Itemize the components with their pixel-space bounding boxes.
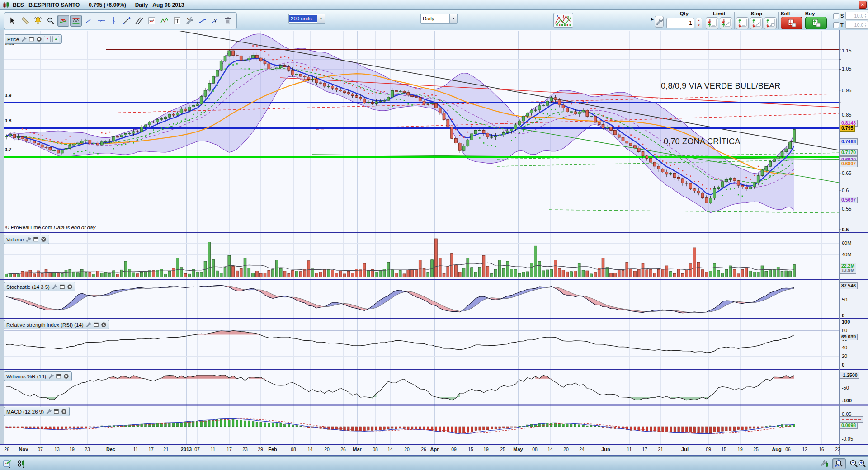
zoom-tool-button[interactable]	[45, 15, 57, 27]
axis-tick-label: 0.5	[842, 227, 849, 232]
timeframe-dropdown[interactable]: Daily ▼	[420, 14, 458, 24]
limit-order-button[interactable]	[706, 17, 718, 29]
close-icon[interactable]	[67, 284, 73, 290]
panel-tab-rsi[interactable]: Relative strength index (RSI) (14)	[4, 320, 109, 329]
horizontal-line-tool-button[interactable]	[95, 15, 107, 27]
segment-tool-icon	[198, 16, 207, 25]
x-axis-label: 20	[324, 446, 330, 452]
window-icon[interactable]	[53, 409, 59, 414]
x-axis-label: 09	[451, 446, 457, 452]
qty-input[interactable]: 1	[666, 18, 694, 28]
window-icon[interactable]	[56, 373, 61, 379]
x-axis-label: 19	[737, 446, 743, 452]
window-icon[interactable]	[59, 284, 65, 290]
select-tool-button[interactable]	[7, 15, 19, 27]
zigzag-tool-button[interactable]	[159, 15, 170, 27]
extended-line-tool-button[interactable]	[209, 15, 221, 27]
close-icon[interactable]	[36, 36, 42, 42]
point-line-tool-button[interactable]	[83, 15, 94, 27]
zoom-fit-button[interactable]	[832, 458, 846, 469]
export-chart-button[interactable]	[2, 458, 14, 469]
delete-drawings-tool-button[interactable]	[222, 15, 234, 27]
zoom-in-button[interactable]	[856, 458, 868, 469]
x-axis-label: 07	[194, 446, 200, 452]
buy-market-button[interactable]	[805, 17, 827, 29]
instrument-title: BES - B.ESPIRITO SANTO	[13, 2, 80, 8]
close-icon[interactable]	[41, 236, 47, 242]
value-tag: 0.7463	[840, 138, 858, 145]
objects-settings-button[interactable]	[818, 458, 830, 469]
x-axis-label: Jun	[601, 446, 610, 452]
x-axis-label: Aug	[772, 446, 781, 452]
stop-order-button[interactable]	[736, 17, 749, 29]
timeframe-title: Daily	[135, 2, 148, 8]
x-axis-label: 19	[483, 446, 489, 452]
x-axis-label: 14	[387, 446, 393, 452]
annotation-zona-critica: 0,70 ZONA CRÍTICA	[664, 137, 740, 146]
collapse-panel-arrow-icon[interactable]: ▶	[651, 17, 654, 21]
wrench-icon[interactable]	[25, 236, 31, 242]
panel-tab-williams[interactable]: Williams %R (14)	[4, 371, 72, 381]
trend-line-tool-button[interactable]	[121, 15, 132, 27]
wrench-icon[interactable]	[85, 322, 91, 328]
parallel-lines-tool-button[interactable]	[133, 15, 145, 27]
close-window-button[interactable]: ×	[859, 1, 867, 9]
limit-modify-order-button[interactable]	[720, 17, 732, 29]
panel-tab-macd[interactable]: MACD (12 26 9)	[4, 407, 70, 416]
stop-loss-checkbox[interactable]	[833, 13, 839, 19]
fibonacci-tool-button[interactable]	[146, 15, 158, 27]
x-axis-label: 26	[340, 446, 346, 452]
wrench-icon[interactable]	[46, 409, 52, 414]
candle-pattern-tool-button[interactable]	[70, 15, 82, 27]
trailing-stop-order-icon	[765, 18, 776, 28]
window-icon[interactable]	[93, 322, 99, 328]
drawing-options-tool-button[interactable]	[184, 15, 196, 27]
x-axis-label: 12	[802, 446, 807, 452]
trading-settings-button[interactable]	[655, 16, 664, 28]
title-bar: BES - B.ESPIRITO SANTO 0.795 (+6.00%) Da…	[0, 0, 868, 10]
axis-tick-label: 0.85	[842, 112, 851, 118]
window-icon[interactable]	[33, 236, 39, 242]
chart-style-button[interactable]	[553, 13, 573, 28]
auto-pattern-tool-button[interactable]	[57, 15, 69, 27]
qty-stepper[interactable]: ▲▼	[696, 18, 702, 28]
segment-tool-button[interactable]	[197, 15, 208, 27]
wrench-icon[interactable]	[21, 36, 27, 42]
auto-pattern-tool-icon	[59, 16, 68, 25]
arrow-up-icon[interactable]: ▲	[52, 36, 59, 42]
stop-loss-value-spinner[interactable]: 10.0▲▼	[845, 12, 868, 20]
ruler-tool-button[interactable]	[19, 15, 31, 27]
value-tag: 0.6807	[840, 160, 858, 167]
close-icon[interactable]	[101, 322, 107, 328]
panel-tab-volume[interactable]: Volume	[4, 235, 49, 244]
linked-quote-button[interactable]	[15, 458, 27, 469]
chevron-down-icon[interactable]: ▼	[449, 14, 457, 23]
value-tag: 0.0098	[840, 422, 858, 429]
vertical-line-tool-button[interactable]	[108, 15, 120, 27]
panel-tab-stochastic[interactable]: Stochastic (14 3 5)	[4, 282, 75, 291]
qty-label: Qty	[680, 10, 689, 17]
panel-tab-price[interactable]: Price▼▲	[5, 34, 62, 44]
x-axis-label: Feb	[268, 446, 277, 452]
value-tag: -1.2500	[840, 372, 859, 379]
wrench-icon[interactable]	[48, 373, 54, 379]
trailing-stop-order-button[interactable]	[764, 17, 777, 29]
alert-bell-tool-button[interactable]	[32, 15, 44, 27]
close-icon[interactable]	[63, 373, 69, 379]
units-dropdown-value: 200 units	[289, 15, 317, 22]
candlestick-logo-icon	[3, 1, 10, 9]
take-profit-value-spinner[interactable]: 10.0▲▼	[845, 21, 868, 29]
window-icon[interactable]	[28, 36, 34, 42]
units-dropdown[interactable]: 200 units ▼	[288, 14, 326, 24]
take-profit-checkbox[interactable]	[833, 22, 839, 28]
text-tool-button[interactable]	[171, 15, 183, 27]
close-icon[interactable]	[61, 409, 67, 414]
arrow-down-icon[interactable]: ▼	[44, 36, 51, 42]
wrench-icon[interactable]	[52, 284, 57, 290]
sell-market-button[interactable]	[781, 17, 802, 29]
x-axis-label: 16	[819, 446, 824, 452]
stop-modify-order-button[interactable]	[750, 17, 763, 29]
chevron-down-icon[interactable]: ▼	[317, 14, 325, 23]
panel-label: Price	[7, 37, 19, 42]
chart-canvas[interactable]	[0, 0, 868, 470]
